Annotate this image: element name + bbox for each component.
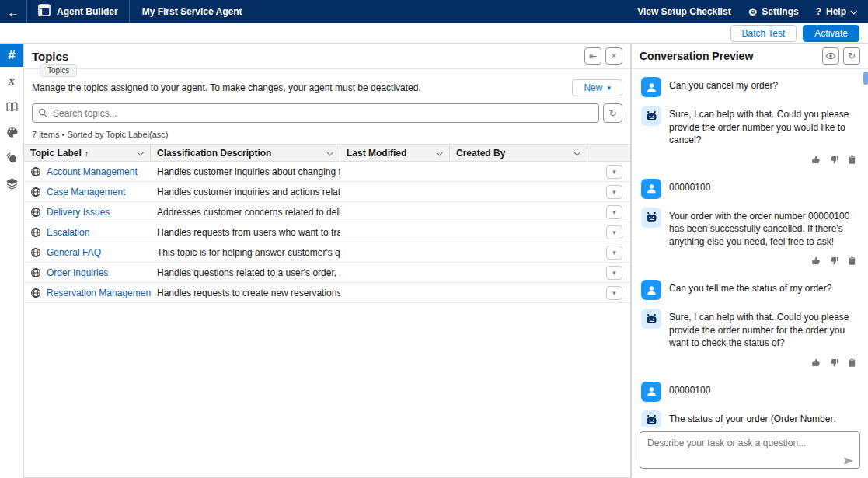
topics-panel: Topics ⇤ × Topics Manage the topics assi… [23,44,631,478]
topic-label-link[interactable]: Order Inquiries [47,267,108,278]
row-actions-button[interactable]: ▾ [606,205,622,219]
send-icon[interactable] [843,456,854,466]
thumbs-up-icon[interactable] [811,154,821,168]
clipboard-icon[interactable] [847,154,857,168]
conversation-input[interactable] [640,431,860,469]
topic-label-link[interactable]: Case Management [47,187,125,197]
layers-icon [5,177,19,190]
sort-asc-icon: ↑ [85,148,89,158]
topic-label-link[interactable]: Escalation [47,227,89,238]
top-navbar: ← Agent Builder My First Service Agent V… [0,0,868,23]
column-header-last-modified[interactable]: Last Modified [340,145,450,161]
classification-description-cell: Handles questions related to a user's or… [151,267,340,278]
classification-description-cell: Handles customer inquiries and actions r… [151,187,340,197]
scrollbar-thumb[interactable] [863,72,868,85]
app-section[interactable]: Agent Builder [26,0,130,23]
restart-conversation-button[interactable]: ↻ [843,47,860,65]
collapse-panel-button[interactable]: ⇤ [584,47,601,65]
message-text: Your order with the order number 0000010… [669,208,859,249]
gear-icon: ⚙ [748,6,758,18]
message-text: Sure, I can help with that. Could you pl… [669,309,859,350]
message-list: Can you cancel my order?Sure, I can help… [632,69,868,427]
sidebar-item-variables[interactable]: x [0,69,23,92]
new-topic-button[interactable]: New ▾ [572,79,622,96]
feedback-bar [641,255,857,269]
activate-button[interactable]: Activate [803,25,859,42]
user-avatar-icon [641,179,661,199]
signal-globe-icon [5,152,19,165]
bot-avatar-icon [641,208,661,228]
clipboard-icon[interactable] [847,357,857,371]
message-text: Can you cancel my order? [669,77,778,97]
sidebar-item-channels[interactable] [0,146,23,169]
message-text: Sure, I can help with that. Could you pl… [669,106,859,147]
clipboard-icon[interactable] [847,255,857,269]
close-panel-button[interactable]: × [605,47,622,65]
user-message: Can you tell me the status of my order? [641,280,859,300]
user-avatar-icon [641,280,661,300]
refresh-icon: ↻ [848,51,856,61]
bot-message: The status of your order (Order Number: … [641,410,859,427]
classification-description-cell: Handles requests to create new reservati… [151,288,340,298]
user-avatar-icon [641,382,661,402]
table-row: Order InquiriesHandles questions related… [24,263,630,283]
thumbs-down-icon[interactable] [829,154,839,168]
search-topics-input[interactable] [32,103,599,123]
chevron-down-icon: ▾ [607,85,611,92]
table-row: General FAQThis topic is for helping ans… [24,242,630,263]
table-header: Topic Label↑Classification DescriptionLa… [24,144,630,162]
globe-topic-icon [30,267,41,278]
sidebar-item-versions[interactable] [0,172,23,195]
agent-name: My First Service Agent [142,6,242,17]
settings-link[interactable]: ⚙ Settings [748,6,799,18]
thumbs-up-icon[interactable] [811,357,821,371]
row-actions-button[interactable]: ▾ [606,246,622,260]
sidebar-item-topics[interactable]: # [0,44,23,67]
table-body: Account ManagementHandles customer inqui… [24,162,630,303]
row-actions-button[interactable]: ▾ [606,266,622,280]
thumbs-down-icon[interactable] [829,357,839,371]
batch-test-button[interactable]: Batch Test [730,25,797,42]
user-message: 00000100 [641,179,859,199]
refresh-list-button[interactable]: ↻ [603,103,622,123]
help-menu[interactable]: ? Help [816,6,856,17]
classification-description-cell: Handles customer inquiries about changin… [151,166,340,177]
globe-topic-icon [30,288,41,298]
chevron-down-icon [573,149,580,155]
conversation-preview-panel: Conversation Preview ↻ Can you cancel my… [631,44,868,478]
search-icon [38,108,48,118]
eye-icon [825,51,836,61]
globe-topic-icon [30,227,41,238]
user-message: 00000100 [641,382,859,402]
preview-visibility-button[interactable] [822,47,839,65]
column-header-topic-label[interactable]: Topic Label↑ [24,145,151,161]
topics-table: Topic Label↑Classification DescriptionLa… [24,144,630,303]
row-actions-button[interactable]: ▾ [606,286,622,300]
message-text: The status of your order (Order Number: … [669,410,859,427]
bot-avatar-icon [641,410,661,427]
book-icon [5,100,19,113]
back-arrow-icon[interactable]: ← [0,5,26,19]
row-actions-button[interactable]: ▾ [606,225,622,239]
topic-label-link[interactable]: General FAQ [47,247,101,258]
topic-label-link[interactable]: Reservation Management [47,288,151,298]
app-name: Agent Builder [57,6,118,17]
row-actions-button[interactable]: ▾ [606,185,622,199]
icon-rail: #x [0,44,23,478]
bot-avatar-icon [641,309,661,329]
view-setup-checklist-link[interactable]: View Setup Checklist [637,6,731,17]
chevron-down-icon [326,149,333,155]
sidebar-item-knowledge[interactable] [0,95,23,118]
thumbs-up-icon[interactable] [811,255,821,269]
globe-topic-icon [30,247,41,258]
column-header-created-by[interactable]: Created By [450,145,587,161]
user-avatar-icon [641,77,661,97]
row-actions-button[interactable]: ▾ [606,165,622,179]
topic-label-link[interactable]: Account Management [47,166,138,177]
table-row: Reservation ManagementHandles requests t… [24,283,630,303]
sidebar-item-theme[interactable] [0,120,23,144]
thumbs-down-icon[interactable] [829,255,839,269]
column-header-classification-description[interactable]: Classification Description [151,145,340,161]
close-icon: × [611,51,616,61]
topic-label-link[interactable]: Delivery Issues [47,207,110,218]
